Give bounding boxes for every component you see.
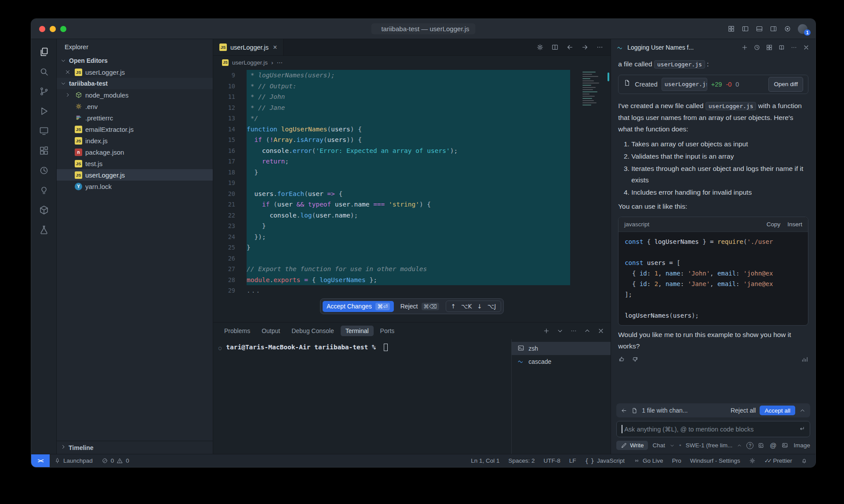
- status-item-bell-icon[interactable]: [797, 454, 812, 467]
- open-editor-userlogger-js[interactable]: JSuserLogger.js: [57, 66, 213, 78]
- zoom-window-button[interactable]: [60, 26, 66, 32]
- close-icon[interactable]: [597, 327, 604, 334]
- terminal[interactable]: ○ tari@Taris-MacBook-Air tariibaba-test …: [213, 339, 511, 454]
- flask-icon[interactable]: [34, 221, 54, 239]
- minimap[interactable]: [582, 72, 603, 107]
- status-item-javascript[interactable]: { }JavaScript: [581, 454, 629, 467]
- window-title-search[interactable]: tariibaba-test — userLogger.js: [371, 23, 475, 34]
- code-editor[interactable]: 9 * logUserNames(users);10 * // Output:1…: [213, 69, 611, 322]
- close-icon[interactable]: [803, 44, 810, 51]
- tree-item-userlogger-js[interactable]: JSuserLogger.js: [57, 169, 213, 181]
- enter-icon[interactable]: [798, 425, 805, 432]
- panel-tab-output[interactable]: Output: [257, 326, 285, 336]
- run-debug-icon[interactable]: [34, 102, 54, 120]
- open-editors-section[interactable]: Open Editors: [57, 55, 213, 66]
- status-item-go-live[interactable]: Go Live: [629, 454, 668, 467]
- chat-mode-button[interactable]: Chat: [652, 442, 665, 449]
- plus-icon[interactable]: [741, 44, 748, 51]
- tree-item-emailextractor-js[interactable]: JSemailExtractor.js: [57, 123, 213, 135]
- write-mode-button[interactable]: Write: [616, 441, 648, 450]
- panel-tab-problems[interactable]: Problems: [219, 326, 255, 336]
- status-item-windsurf-settings[interactable]: Windsurf - Settings: [686, 454, 745, 467]
- chat-input[interactable]: [616, 421, 810, 437]
- tree-item-yarn-lock[interactable]: Yyarn.lock: [57, 181, 213, 192]
- launchpad-item[interactable]: Launchpad: [50, 454, 97, 467]
- record-circle-icon[interactable]: [784, 25, 791, 33]
- layout-sidebar-icon[interactable]: [742, 25, 749, 33]
- mention-icon[interactable]: @: [770, 442, 776, 449]
- close-icon[interactable]: [64, 69, 72, 75]
- diff-nav-group[interactable]: ↑ ⌥K ↓ ⌥J: [446, 301, 502, 312]
- created-file-chip[interactable]: userLogger.js: [662, 78, 707, 91]
- tree-item-index-js[interactable]: JSindex.js: [57, 135, 213, 146]
- insert-button[interactable]: Insert: [787, 219, 802, 230]
- grid-icon[interactable]: [728, 25, 735, 33]
- arrow-left-icon[interactable]: [621, 407, 627, 414]
- gear-icon[interactable]: [536, 44, 544, 51]
- avatar[interactable]: 1: [798, 24, 808, 34]
- chevron-up-icon[interactable]: [799, 407, 806, 414]
- status-item-pro[interactable]: Pro: [668, 454, 686, 467]
- lightbulb-icon[interactable]: [34, 181, 54, 199]
- bar-chart-icon[interactable]: [801, 355, 808, 363]
- arrow-left-icon[interactable]: [566, 44, 574, 51]
- reject-all-button[interactable]: Reject all: [731, 407, 756, 414]
- minimize-window-button[interactable]: [50, 26, 56, 32]
- chevron-down-icon[interactable]: [557, 327, 564, 334]
- status-item-spaces-2[interactable]: Spaces: 2: [504, 454, 539, 467]
- conversation-title[interactable]: Logging User Names f...: [627, 44, 694, 51]
- image-label[interactable]: Image: [793, 442, 810, 449]
- status-item-utf-8[interactable]: UTF-8: [539, 454, 565, 467]
- tree-item-node-modules[interactable]: node_modules: [57, 89, 213, 101]
- copy-button[interactable]: Copy: [767, 219, 781, 230]
- panel-tab-debug-console[interactable]: Debug Console: [287, 326, 339, 336]
- panel-tab-terminal[interactable]: Terminal: [341, 326, 374, 336]
- help-icon[interactable]: ?: [746, 442, 753, 449]
- breadcrumb[interactable]: JS userLogger.js › ⋯: [213, 56, 611, 69]
- chevron-up-icon[interactable]: [584, 327, 591, 334]
- search-icon[interactable]: [34, 62, 54, 80]
- history-icon[interactable]: [34, 161, 54, 179]
- grid-icon[interactable]: [766, 44, 773, 51]
- workspace-root-section[interactable]: tariibaba-test: [57, 78, 213, 89]
- thumbs-up-icon[interactable]: [618, 355, 626, 363]
- model-selector[interactable]: SWE-1 (free lim...: [686, 442, 733, 449]
- ellipsis-icon[interactable]: [596, 44, 604, 51]
- status-item-gear-icon[interactable]: [745, 454, 760, 467]
- problems-item[interactable]: 0 0: [97, 454, 134, 467]
- panel-tab-ports[interactable]: Ports: [375, 326, 400, 336]
- image-icon[interactable]: [782, 442, 788, 449]
- open-diff-button[interactable]: Open diff: [768, 77, 803, 92]
- plus-icon[interactable]: [543, 327, 550, 334]
- layout-sidebar-right-icon[interactable]: [770, 25, 777, 33]
- remote-explorer-icon[interactable]: [34, 122, 54, 140]
- tree-item-prettierrc[interactable]: .prettierrc: [57, 112, 213, 123]
- arrow-right-icon[interactable]: [581, 44, 589, 51]
- ellipsis-icon[interactable]: [790, 44, 797, 51]
- status-item-ln-1-col-1[interactable]: Ln 1, Col 1: [466, 454, 504, 467]
- pencil-box-icon[interactable]: [758, 442, 764, 449]
- history-icon[interactable]: [753, 44, 760, 51]
- tree-item-package-json[interactable]: npackage.json: [57, 146, 213, 158]
- terminal-session-cascade[interactable]: cascade: [512, 355, 611, 368]
- explorer-icon[interactable]: [34, 43, 54, 61]
- tab-userlogger[interactable]: JS userLogger.js ×: [213, 39, 284, 55]
- accept-changes-button[interactable]: Accept Changes ⌘⏎: [323, 301, 394, 312]
- tree-item-env[interactable]: .env: [57, 101, 213, 112]
- terminal-session-zsh[interactable]: zsh: [512, 342, 611, 355]
- close-tab-icon[interactable]: ×: [273, 44, 277, 51]
- remote-indicator[interactable]: ><: [31, 454, 50, 467]
- extensions-icon[interactable]: [34, 141, 54, 160]
- package-icon[interactable]: [34, 201, 54, 219]
- timeline-section[interactable]: Timeline: [57, 441, 213, 454]
- source-control-icon[interactable]: [34, 82, 54, 100]
- tree-item-test-js[interactable]: JStest.js: [57, 158, 213, 169]
- status-item-prettier[interactable]: ✓✓Prettier: [760, 454, 797, 467]
- status-item-lf[interactable]: LF: [565, 454, 581, 467]
- reject-changes-button[interactable]: Reject ⌘⌫: [397, 301, 442, 312]
- thumbs-down-icon[interactable]: [631, 355, 639, 363]
- close-window-button[interactable]: [39, 26, 45, 32]
- layout-panel-icon[interactable]: [756, 25, 763, 33]
- ellipsis-icon[interactable]: [570, 327, 577, 334]
- book-icon[interactable]: [778, 44, 785, 51]
